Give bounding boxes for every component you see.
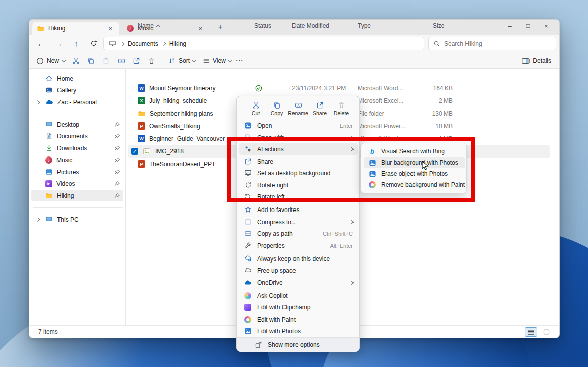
rename-button[interactable]: A xyxy=(114,54,128,67)
sidebar-item-videos[interactable]: ▶ Videos xyxy=(31,178,123,189)
word-file-icon: W xyxy=(138,135,145,142)
folder-icon xyxy=(138,110,146,118)
close-button[interactable]: × xyxy=(539,22,553,30)
menu-separator xyxy=(243,203,354,203)
menu-item-compress-to[interactable]: Compress to... xyxy=(239,216,358,228)
up-button[interactable]: ↑ xyxy=(70,37,83,50)
copy-menu-button[interactable]: Copy xyxy=(267,99,286,118)
refresh-button[interactable] xyxy=(87,37,100,50)
sidebar-item-desktop[interactable]: Desktop xyxy=(31,119,123,130)
menu-item-edit-with-photos[interactable]: Edit with Photos xyxy=(239,325,358,337)
file-type: Microsoft Word... xyxy=(358,85,403,92)
list-view-icon xyxy=(528,329,535,335)
paste-button[interactable] xyxy=(99,54,113,67)
search-box[interactable] xyxy=(428,37,556,50)
new-button[interactable]: New xyxy=(34,54,67,67)
tab-close-icon[interactable]: × xyxy=(106,25,114,32)
thumbnail-view-toggle[interactable] xyxy=(540,327,552,337)
expand-chevron-icon[interactable] xyxy=(36,217,40,221)
maximize-button[interactable]: □ xyxy=(521,22,535,29)
submenu-chevron-icon xyxy=(349,280,354,284)
sidebar-item-pictures[interactable]: Pictures xyxy=(31,166,123,178)
menu-item-show-more-options[interactable]: Show more options xyxy=(237,337,359,352)
sidebar-item-home[interactable]: Home xyxy=(31,73,123,84)
cut-menu-button[interactable]: Cut xyxy=(246,99,265,118)
file-name: OwnSmalls_Hiking xyxy=(149,123,200,130)
menu-item-label: Always keep on this device xyxy=(257,255,330,263)
powerpoint-file-icon: P xyxy=(138,160,145,168)
sort-button[interactable]: Sort xyxy=(166,54,198,67)
tab-hiking[interactable]: Hiking × xyxy=(32,22,119,35)
sidebar-item-music[interactable]: ♪ Music xyxy=(31,154,123,166)
sidebar-item-hiking[interactable]: Hiking xyxy=(31,190,123,201)
file-row[interactable]: W Mount Seymour Itinerary xyxy=(138,84,215,92)
menu-item-free-up-space[interactable]: Free up space xyxy=(239,265,358,276)
sidebar-item-documents[interactable]: Documents xyxy=(31,130,123,142)
cut-button[interactable] xyxy=(69,54,83,67)
file-row[interactable]: X July_hiking_schedule xyxy=(138,97,207,104)
copy-button[interactable] xyxy=(84,54,98,67)
sidebar-item-onedrive-personal[interactable]: Zac - Personal xyxy=(31,96,123,108)
more-options-button[interactable]: ··· xyxy=(233,54,246,67)
menu-item-open[interactable]: Open Enter xyxy=(239,120,358,131)
details-pane-button[interactable]: Details xyxy=(520,54,553,67)
file-row[interactable]: P OwnSmalls_Hiking xyxy=(138,122,200,130)
column-header-label: Type xyxy=(358,22,371,29)
menu-item-onedrive[interactable]: OneDrive xyxy=(239,277,358,288)
column-header-type[interactable]: Type xyxy=(358,22,371,29)
pin-icon xyxy=(114,157,120,163)
menu-item-add-to-favorites[interactable]: Add to favorites xyxy=(239,204,358,216)
tab-music[interactable]: ♪ Music × xyxy=(122,22,209,35)
star-icon xyxy=(244,206,252,214)
breadcrumb-item-documents[interactable]: Documents xyxy=(128,40,158,47)
column-header-date-modified[interactable]: Date Modified xyxy=(292,22,329,29)
sidebar-item-label: Home xyxy=(57,75,73,82)
minimize-button[interactable]: – xyxy=(503,22,517,30)
tab-label: Hiking xyxy=(48,25,65,32)
new-tab-button[interactable]: + xyxy=(215,22,226,31)
menu-item-ask-copilot[interactable]: Ask Copilot xyxy=(239,290,358,301)
pictures-icon xyxy=(45,168,53,176)
sidebar-item-downloads[interactable]: Downloads xyxy=(31,142,123,154)
this-pc-icon xyxy=(45,216,53,223)
menu-item-label: Open xyxy=(257,122,272,129)
menu-item-always-keep-on-device[interactable]: Always keep on this device xyxy=(239,253,358,265)
sidebar-item-gallery[interactable]: Gallery xyxy=(31,84,123,96)
selected-checkbox[interactable]: ✓ xyxy=(131,148,138,155)
file-row[interactable]: September hiking plans xyxy=(138,110,213,118)
back-button[interactable]: ← xyxy=(34,37,47,50)
file-row[interactable]: W Beginner_Guide_Vancouver xyxy=(138,135,225,142)
view-button[interactable]: View xyxy=(201,54,234,67)
column-header-size[interactable]: Size xyxy=(433,22,444,29)
share-icon xyxy=(133,57,140,65)
details-view-toggle[interactable] xyxy=(525,327,537,337)
toolbar-group-divider xyxy=(162,56,162,66)
excel-file-icon: X xyxy=(138,97,145,104)
share-button[interactable] xyxy=(129,54,143,67)
menu-item-properties[interactable]: Properties Alt+Enter xyxy=(239,240,358,251)
delete-menu-button[interactable]: Delete xyxy=(332,99,351,118)
sidebar-item-this-pc[interactable]: This PC xyxy=(31,214,123,225)
column-header-status[interactable]: Status xyxy=(254,22,271,29)
search-input[interactable] xyxy=(444,40,545,47)
menu-item-label: Compress to... xyxy=(257,219,297,226)
delete-button[interactable] xyxy=(144,54,158,67)
chevron-down-icon xyxy=(228,58,232,62)
menu-item-edit-with-paint[interactable]: Edit with Paint xyxy=(239,313,358,325)
rename-menu-button[interactable]: A Rename xyxy=(288,99,308,118)
expand-chevron-icon[interactable] xyxy=(36,100,40,104)
cloud-icon xyxy=(244,267,252,275)
file-size: 2 MB xyxy=(413,97,453,104)
command-label: Delete xyxy=(334,110,349,116)
menu-item-label: Ask Copilot xyxy=(257,292,288,299)
menu-item-edit-with-clipchamp[interactable]: Edit with Clipchamp xyxy=(239,301,358,313)
pin-icon xyxy=(114,122,120,128)
menu-item-copy-as-path[interactable]: Copy as path Ctrl+Shift+C xyxy=(239,228,358,239)
column-header-name[interactable]: Name xyxy=(138,22,160,29)
forward-button[interactable]: → xyxy=(52,37,65,50)
file-row[interactable]: P TheSonoranDesert_PPT xyxy=(138,160,215,168)
share-menu-button[interactable]: Share xyxy=(310,99,329,118)
breadcrumb-item-hiking[interactable]: Hiking xyxy=(169,40,186,47)
breadcrumb[interactable]: Documents Hiking xyxy=(103,37,424,50)
home-icon xyxy=(45,75,53,82)
